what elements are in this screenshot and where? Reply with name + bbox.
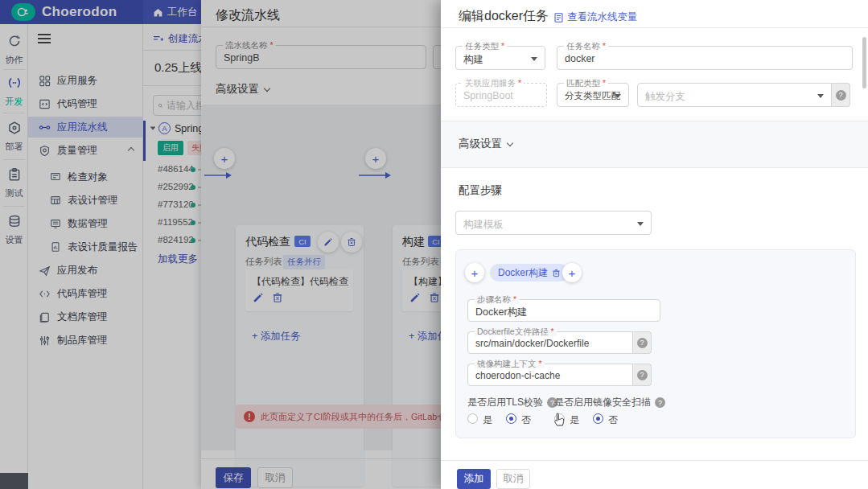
dockerfile-path-field[interactable]: Dockerfile文件路径 * src/main/docker/Dockerf…	[467, 331, 633, 354]
app-service-field: 关联应用服务 * SpringBoot	[455, 83, 547, 107]
help-icon[interactable]: ?	[655, 397, 665, 408]
drawer-advanced-toggle[interactable]: 高级设置	[459, 137, 512, 151]
trash-icon[interactable]	[552, 269, 561, 277]
step-name-field[interactable]: 步骤名称 * Docker构建	[467, 299, 660, 322]
caret-down-icon	[637, 222, 644, 226]
drawer-cancel-button[interactable]: 取消	[496, 469, 530, 489]
tls-no-radio[interactable]	[506, 413, 516, 424]
drawer-title: 编辑docker任务	[459, 8, 549, 25]
add-button[interactable]: 添加	[457, 469, 491, 489]
build-template-select[interactable]: 构建模板	[455, 211, 652, 235]
build-context-field[interactable]: 镜像构建上下文 * choerodon-ci-cache	[467, 364, 633, 386]
tls-question-label: 是否启用TLS校验?	[467, 396, 557, 409]
scan-no-radio[interactable]	[593, 413, 603, 424]
chevron-down-icon	[507, 140, 513, 146]
drawer-scrollbar[interactable]	[862, 37, 866, 88]
match-type-select[interactable]: 匹配类型 * 分支类型匹配	[557, 83, 629, 107]
configure-steps-title: 配置步骤	[459, 183, 502, 198]
tls-yes-radio[interactable]	[467, 413, 478, 424]
help-icon[interactable]: ?	[832, 83, 850, 107]
add-step-button[interactable]: +	[465, 263, 484, 282]
help-icon[interactable]: ?	[633, 331, 652, 354]
scan-question-label: 是否启用镜像安全扫描?	[554, 396, 665, 409]
edit-docker-task-drawer: 编辑docker任务 查看流水线变量 任务类型 * 构建 任务名称 * dock…	[441, 0, 868, 489]
trigger-branch-select[interactable]: 触发分支	[637, 83, 832, 107]
caret-down-icon	[531, 57, 537, 61]
document-icon	[553, 12, 564, 23]
help-icon[interactable]: ?	[633, 364, 652, 386]
caret-down-icon	[817, 94, 824, 98]
add-step-button[interactable]: +	[562, 263, 582, 282]
task-type-select[interactable]: 任务类型 * 构建	[455, 46, 545, 70]
step-config-card: + Docker构建 + 步骤名称 * Docker构建 Dockerfile文…	[455, 249, 856, 438]
docker-build-step-chip[interactable]: Docker构建	[490, 264, 569, 281]
app-screen: Choerodon 工作台 协作 开发 部署 测试 设置	[0, 0, 868, 489]
task-name-field[interactable]: 任务名称 * docker	[557, 46, 853, 70]
mouse-cursor	[552, 412, 566, 429]
caret-down-icon	[615, 94, 621, 98]
view-pipeline-variables-link[interactable]: 查看流水线变量	[553, 10, 638, 24]
